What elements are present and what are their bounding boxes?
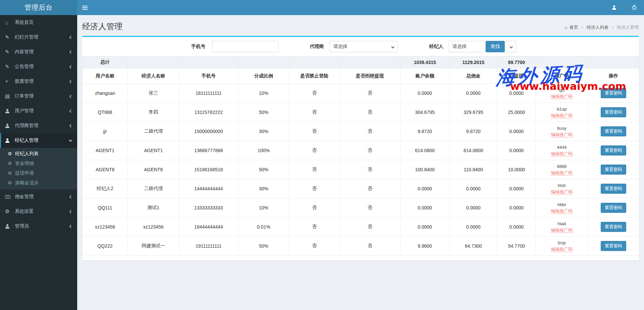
- reset-password-button[interactable]: 重置密码: [601, 184, 626, 194]
- edit-promo-code-link[interactable]: 编辑推广码: [551, 132, 573, 137]
- sidebar-subitem-策略金流水[interactable]: 策略金流水: [0, 178, 77, 188]
- promo-code-value: 4444: [536, 144, 588, 150]
- cell-user: QT888: [83, 103, 128, 122]
- cell-actions: 重置密码: [588, 218, 639, 237]
- sidebar-item-代理商管理[interactable]: 代理商管理: [0, 118, 77, 133]
- sidebar-subitem-提现申请[interactable]: 提现申请: [0, 168, 77, 178]
- table-header-row: 用户名称经济人名称手机号分成比例是否禁止登陆是否拒绝提现账户余额总佣金总提现推广…: [83, 68, 639, 84]
- table-row: jjr二级代理1500000000030%否否9.87209.87200.000…: [83, 122, 639, 141]
- cell-broker: 二级代理: [128, 122, 179, 141]
- user-shape: [5, 124, 9, 128]
- reset-password-button[interactable]: 重置密码: [601, 203, 626, 213]
- cell-broker: 李四: [128, 103, 179, 122]
- cell-user: zhangsan: [83, 84, 128, 103]
- sidebar-item-系统设置[interactable]: ⚙系统设置: [0, 204, 77, 219]
- user-account-button[interactable]: [609, 0, 619, 15]
- cell-ban: 否: [289, 103, 340, 122]
- sidebar-item-佣金管理[interactable]: 佣金管理: [0, 189, 77, 204]
- sidebar-item-用户管理[interactable]: 用户管理: [0, 104, 77, 118]
- bolt-icon: ⚡: [5, 78, 15, 84]
- edit-promo-code-link[interactable]: 编辑推广码: [551, 113, 573, 118]
- cell-ratio: 10%: [238, 84, 289, 103]
- chevron-left-icon: [69, 65, 73, 68]
- edit-promo-code-link[interactable]: 编辑推广码: [551, 189, 573, 195]
- reset-password-button[interactable]: 重置密码: [601, 107, 626, 117]
- book-icon: ▤: [5, 93, 15, 99]
- sidebar-item-经纪人管理[interactable]: 经纪人管理: [0, 133, 77, 148]
- totals-value-cell: [238, 57, 289, 68]
- logout-button[interactable]: [629, 0, 639, 15]
- table-row: xz123456xz123456184444444440.01%否否0.0000…: [83, 218, 639, 237]
- sidebar-item-系统首页[interactable]: ⌂系统首页: [0, 15, 77, 30]
- cell-phone: 18111111111: [179, 84, 238, 103]
- cell-broker: xz123456: [128, 218, 179, 237]
- table-row: AGENT8AGENT81518816851850%否否100.8400110.…: [83, 160, 639, 179]
- reset-password-button[interactable]: 重置密码: [601, 222, 626, 232]
- agent-select-value: 请选择: [333, 44, 347, 50]
- column-header: 是否拒绝提现: [340, 68, 400, 84]
- content-header: 经济人管理 ⌂ 首页 > 经济人列表 > 经济人管理: [77, 15, 644, 36]
- edit-promo-code-link[interactable]: 编辑推广码: [551, 247, 573, 252]
- cell-user: AGENT8: [83, 160, 128, 179]
- home-icon: ⌂: [565, 25, 567, 30]
- broker-select[interactable]: 请选择: [449, 41, 516, 52]
- promo-code-value: hia4: [536, 221, 588, 227]
- search-button[interactable]: 查找: [486, 41, 505, 52]
- cell-ratio: 10%: [238, 198, 289, 218]
- cell-balance: 0.0000: [400, 218, 450, 237]
- broker-box: 手机号 代理商 请选择 经纪人 请选择 查找: [82, 36, 639, 260]
- topbar: 管理后台: [0, 0, 644, 15]
- cell-balance: 0.0000: [400, 198, 450, 218]
- sidebar-item-label: 股票管理: [15, 78, 34, 84]
- sidebar-item-订单管理[interactable]: ▤订单管理: [0, 89, 77, 104]
- sidebar-subitem-经纪人列表[interactable]: 经纪人列表: [0, 149, 77, 159]
- cell-balance: 614.0800: [400, 141, 450, 160]
- edit-promo-code-link[interactable]: 编辑推广码: [551, 151, 573, 157]
- breadcrumb-home[interactable]: 首页: [569, 24, 578, 30]
- table-row: zhangsan张三1811111111110%否否0.00000.00000.…: [83, 84, 639, 103]
- broker-select-value: 请选择: [452, 44, 466, 50]
- column-header: 总佣金: [450, 68, 497, 84]
- sidebar-item-管理员[interactable]: 管理员: [0, 219, 77, 234]
- sidebar-item-股票管理[interactable]: ⚡股票管理: [0, 74, 77, 89]
- table-row: QT888李四1311578222250%否否304.6795329.67952…: [83, 103, 639, 122]
- cell-balance: 9.9600: [400, 237, 450, 256]
- reset-password-button[interactable]: 重置密码: [601, 88, 626, 98]
- home-icon: ⌂: [5, 20, 15, 25]
- circle-icon: [8, 181, 11, 184]
- chevron-left-icon: [69, 195, 73, 198]
- breadcrumb-separator: >: [611, 25, 614, 30]
- chevron-left-icon: [69, 95, 73, 98]
- cell-ratio: 50%: [238, 103, 289, 122]
- cell-ban: 否: [289, 218, 340, 237]
- reset-password-button[interactable]: 重置密码: [601, 241, 626, 251]
- reset-password-button[interactable]: 重置密码: [601, 145, 626, 156]
- sidebar-subitem-资金明细[interactable]: 资金明细: [0, 159, 77, 168]
- cell-ban: 否: [289, 160, 340, 179]
- edit-promo-code-link[interactable]: 编辑推广码: [551, 94, 573, 99]
- cell-commission: 110.8400: [450, 160, 497, 179]
- sidebar-item-公告管理[interactable]: ✎公告管理: [0, 59, 77, 74]
- cell-refuse: 否: [340, 237, 400, 256]
- user-shape: [5, 224, 9, 229]
- phone-input[interactable]: [212, 41, 279, 52]
- chevron-down-icon: [391, 45, 395, 48]
- edit-promo-code-link[interactable]: 编辑推广码: [551, 170, 573, 176]
- sidebar-item-幻灯片管理[interactable]: ✎幻灯片管理: [0, 30, 77, 45]
- cell-user: QQ222: [83, 237, 128, 256]
- sidebar-item-内容管理[interactable]: ✎内容管理: [0, 45, 77, 59]
- reset-password-button[interactable]: 重置密码: [601, 165, 626, 175]
- user-icon: [5, 224, 15, 229]
- edit-promo-code-link[interactable]: 编辑推广码: [551, 208, 573, 214]
- agent-select[interactable]: 请选择: [330, 41, 398, 52]
- breadcrumb-list[interactable]: 经济人列表: [587, 24, 608, 30]
- cell-promo: 4444编辑推广码: [536, 141, 588, 160]
- edit-promo-code-link[interactable]: 编辑推广码: [551, 228, 573, 233]
- column-header: 账户余额: [400, 68, 450, 84]
- sidebar-toggle-button[interactable]: [77, 0, 93, 15]
- edit-icon: ✎: [5, 64, 15, 70]
- user-icon: [612, 5, 616, 10]
- app-logo: 管理后台: [0, 0, 77, 15]
- reset-password-button[interactable]: 重置密码: [601, 126, 626, 136]
- cell-refuse: 否: [340, 103, 400, 122]
